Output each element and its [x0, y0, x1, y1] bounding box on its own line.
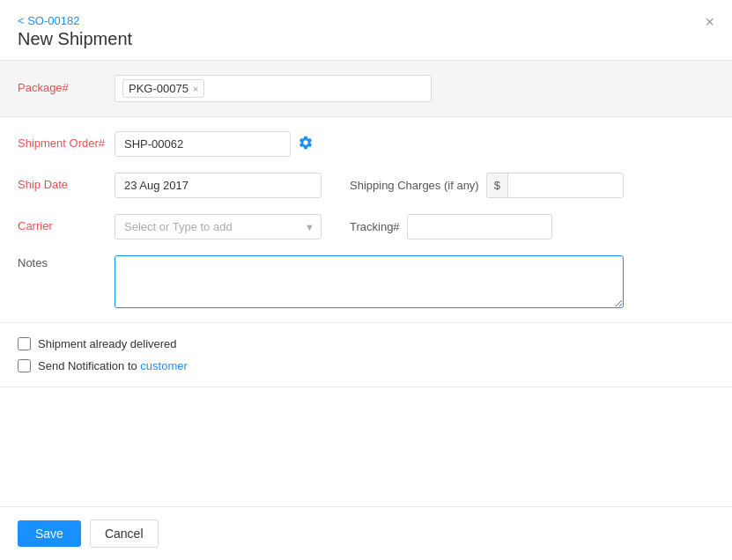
shipment-order-row: Shipment Order#	[18, 131, 714, 157]
save-button[interactable]: Save	[18, 520, 81, 547]
gear-button[interactable]	[298, 135, 314, 153]
notification-label: Send Notification to customer	[38, 359, 188, 372]
ship-date-charges-row: Ship Date Shipping Charges (if any) $	[18, 173, 714, 198]
tracking-group: Tracking#	[350, 214, 552, 239]
package-tag-value: PKG-00075	[129, 82, 189, 95]
cancel-button[interactable]: Cancel	[90, 519, 159, 548]
ship-date-input[interactable]	[115, 173, 322, 198]
notification-customer-link[interactable]: customer	[140, 359, 187, 372]
ship-date-label: Ship Date	[18, 177, 115, 193]
gear-icon	[298, 135, 314, 151]
shipping-charges-input-wrap: $	[486, 173, 624, 198]
shipment-order-input[interactable]	[115, 131, 291, 157]
tracking-label: Tracking#	[350, 220, 400, 233]
modal-body: Package# PKG-00075 × Shipment Order#	[0, 61, 732, 506]
modal-title: New Shipment	[18, 29, 132, 49]
package-tag: PKG-00075 ×	[122, 79, 204, 98]
package-tag-close-icon[interactable]: ×	[193, 84, 198, 94]
delivered-label: Shipment already delivered	[38, 337, 177, 350]
notification-checkbox-row: Send Notification to customer	[18, 359, 714, 372]
modal-header: < SO-00182 New Shipment ×	[0, 0, 732, 61]
carrier-label: Carrier	[18, 218, 115, 234]
modal-footer: Save Cancel	[0, 506, 732, 560]
dollar-prefix: $	[487, 173, 508, 197]
package-row: Package# PKG-00075 ×	[18, 75, 714, 102]
shipment-order-wrap	[115, 131, 314, 157]
shipping-charges-label: Shipping Charges (if any)	[350, 179, 479, 192]
package-label: Package#	[18, 80, 115, 96]
carrier-select-wrap: Select or Type to add ▼	[115, 214, 322, 239]
tracking-input[interactable]	[407, 214, 552, 239]
delivered-checkbox-row: Shipment already delivered	[18, 337, 714, 350]
notes-textarea[interactable]	[115, 255, 624, 308]
close-button[interactable]: ×	[705, 14, 714, 30]
notes-label: Notes	[18, 255, 115, 271]
shipping-charges-input[interactable]	[508, 173, 623, 197]
modal-header-title: < SO-00182 New Shipment	[18, 14, 132, 49]
new-shipment-modal: < SO-00182 New Shipment × Package# PKG-0…	[0, 0, 732, 560]
form-section: Shipment Order# Ship Date Shipping Charg…	[0, 117, 732, 322]
shipping-charges-group: Shipping Charges (if any) $	[350, 173, 624, 198]
back-link[interactable]: < SO-00182	[18, 14, 132, 27]
package-section: Package# PKG-00075 ×	[0, 61, 732, 117]
carrier-tracking-row: Carrier Select or Type to add ▼ Tracking…	[18, 214, 714, 239]
notes-row: Notes	[18, 255, 714, 308]
footer-divider	[0, 387, 732, 387]
package-input-wrap[interactable]: PKG-00075 ×	[115, 75, 432, 102]
carrier-select[interactable]: Select or Type to add	[115, 214, 322, 239]
checkboxes-section: Shipment already delivered Send Notifica…	[0, 323, 732, 387]
shipment-order-label: Shipment Order#	[18, 136, 115, 151]
delivered-checkbox[interactable]	[18, 337, 31, 350]
notification-checkbox[interactable]	[18, 359, 31, 372]
